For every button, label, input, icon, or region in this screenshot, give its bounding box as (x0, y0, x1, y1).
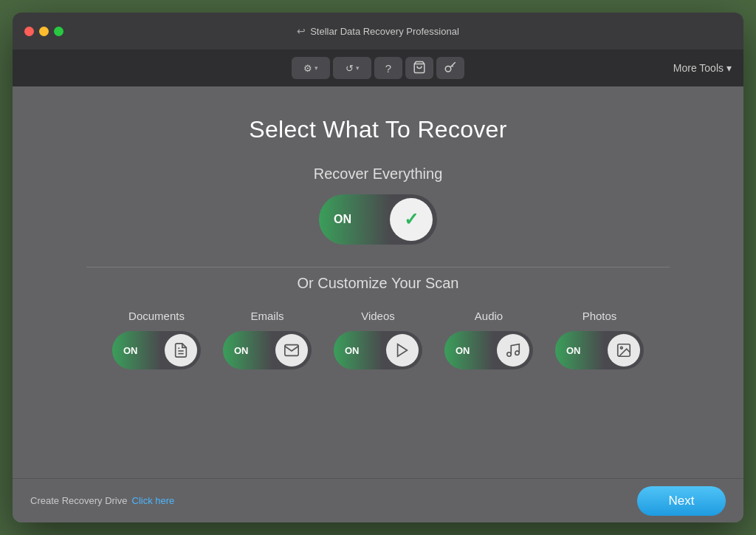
cart-button[interactable] (405, 57, 433, 79)
emails-toggle[interactable]: ON (223, 331, 312, 369)
next-button[interactable]: Next (637, 486, 726, 516)
emails-toggle-knob (275, 334, 308, 367)
photos-toggle-on-label: ON (566, 345, 581, 356)
chevron-down-icon-2: ▾ (356, 64, 360, 72)
footer: Create Recovery Drive Click here Next (13, 478, 743, 522)
svg-point-9 (620, 347, 622, 349)
category-item-videos: Videos ON (334, 310, 422, 369)
customize-label: Or Customize Your Scan (298, 275, 459, 292)
recover-everything-label: Recover Everything (314, 166, 443, 183)
svg-marker-5 (398, 344, 408, 357)
videos-toggle-on-label: ON (345, 345, 360, 356)
recover-everything-toggle[interactable]: ON ✓ (319, 194, 437, 245)
toolbar-icons: ⚙ ▾ ↺ ▾ ? (292, 57, 464, 79)
titlebar: ↩ Stellar Data Recovery Professional (13, 13, 743, 50)
emails-toggle-on-label: ON (234, 345, 249, 356)
history-button[interactable]: ↺ ▾ (333, 57, 371, 79)
close-button[interactable] (24, 27, 34, 36)
category-label-photos: Photos (583, 310, 617, 322)
create-recovery-label: Create Recovery Drive (30, 495, 128, 506)
key-icon (444, 61, 457, 76)
history-icon: ↺ (346, 63, 354, 74)
help-button[interactable]: ? (374, 57, 402, 79)
videos-toggle-knob (386, 334, 419, 367)
category-grid: Documents ON Emails (112, 310, 644, 369)
more-tools-chevron-icon: ▾ (726, 62, 732, 74)
divider (86, 267, 670, 268)
documents-toggle-knob (165, 334, 197, 367)
maximize-button[interactable] (54, 27, 63, 36)
toggle-on-label: ON (334, 213, 351, 226)
traffic-lights (24, 27, 63, 36)
category-item-documents: Documents ON (112, 310, 201, 369)
category-label-documents: Documents (128, 310, 185, 322)
back-icon: ↩ (297, 25, 306, 37)
audio-toggle-knob (497, 334, 529, 367)
toolbar: ⚙ ▾ ↺ ▾ ? (13, 50, 743, 86)
videos-toggle[interactable]: ON (334, 331, 422, 369)
recover-section: Recover Everything ON ✓ (35, 166, 721, 245)
photos-toggle-knob (608, 334, 640, 367)
checkmark-icon: ✓ (404, 209, 419, 230)
documents-toggle[interactable]: ON (112, 331, 201, 369)
svg-point-7 (515, 351, 520, 355)
titlebar-center: ↩ Stellar Data Recovery Professional (297, 25, 459, 37)
category-item-emails: Emails ON (223, 310, 312, 369)
audio-toggle[interactable]: ON (444, 331, 533, 369)
gear-icon: ⚙ (303, 63, 312, 74)
settings-button[interactable]: ⚙ ▾ (292, 57, 330, 79)
main-window: ↩ Stellar Data Recovery Professional ⚙ ▾… (13, 13, 743, 522)
footer-left: Create Recovery Drive Click here (30, 495, 174, 506)
minimize-button[interactable] (39, 27, 49, 36)
category-label-videos: Videos (361, 310, 395, 322)
window-title: Stellar Data Recovery Professional (310, 26, 459, 37)
chevron-down-icon: ▾ (315, 64, 318, 72)
more-tools-label: More Tools (673, 62, 724, 74)
category-item-photos: Photos ON (555, 310, 644, 369)
more-tools-button[interactable]: More Tools ▾ (673, 62, 732, 74)
page-title: Select What To Recover (249, 116, 506, 143)
documents-toggle-on-label: ON (123, 345, 138, 356)
category-item-audio: Audio ON (444, 310, 533, 369)
main-content: Select What To Recover Recover Everythin… (13, 86, 743, 478)
category-label-audio: Audio (475, 310, 503, 322)
click-here-link[interactable]: Click here (132, 495, 175, 506)
category-label-emails: Emails (250, 310, 284, 322)
audio-toggle-on-label: ON (456, 345, 470, 356)
cart-icon (413, 61, 426, 76)
key-button[interactable] (436, 57, 464, 79)
svg-point-6 (507, 352, 512, 357)
toggle-knob: ✓ (390, 198, 433, 241)
help-icon: ? (385, 62, 391, 75)
photos-toggle[interactable]: ON (555, 331, 644, 369)
